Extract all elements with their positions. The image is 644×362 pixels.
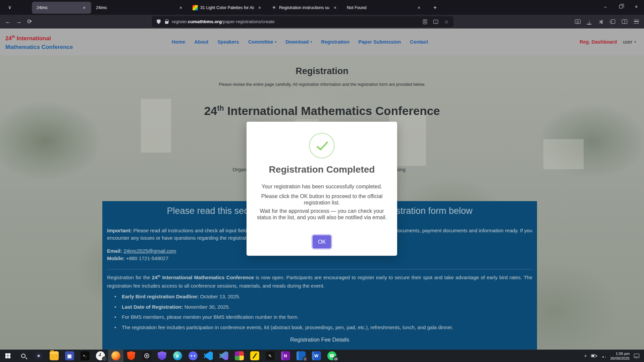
reload-button[interactable]: ⟳ — [24, 17, 35, 27]
reader-view-button[interactable] — [421, 17, 429, 26]
tab-not-found[interactable]: Not Found × — [342, 2, 426, 14]
sidebar-button[interactable] — [620, 17, 629, 26]
conference-heading: 24th International Mathematics Conferenc… — [0, 104, 644, 118]
vscode-insiders-icon — [219, 351, 228, 360]
tab-close-icon[interactable]: × — [177, 4, 184, 11]
forward-button[interactable]: → — [13, 17, 24, 27]
taskbar-firefox-active[interactable] — [108, 350, 123, 362]
brave-icon — [127, 351, 136, 360]
tab-close-icon[interactable]: × — [80, 4, 88, 11]
save-to-pocket-button[interactable]: ↓ — [431, 17, 440, 26]
header-account-area: Reg. Dashboard user▾ — [580, 28, 636, 55]
taskbar-brave[interactable] — [123, 350, 139, 362]
window-restore-button[interactable] — [613, 0, 629, 13]
taskbar-word[interactable]: W — [309, 350, 324, 362]
user-menu[interactable]: user▾ — [623, 39, 636, 45]
new-tab-button[interactable]: + — [430, 3, 440, 13]
taskbar-search-button[interactable] — [15, 350, 31, 362]
tab-title: 24imc — [37, 5, 78, 10]
taskbar-vscode-insiders[interactable] — [216, 350, 231, 362]
palette-favicon — [193, 5, 198, 10]
wifi-icon[interactable] — [600, 354, 606, 358]
tab-color-palettes[interactable]: 31 Light Color Palettes for Airy D × — [188, 2, 267, 14]
star-icon: ☆ — [444, 19, 449, 24]
windows-logo-icon — [5, 353, 10, 358]
forward-icon: → — [16, 18, 22, 25]
taskbar-clock-app[interactable] — [93, 350, 108, 362]
nav-paper-submission[interactable]: Paper Submission — [359, 39, 401, 45]
organized-by-text-right: ong — [397, 167, 424, 172]
window-minimize-button[interactable]: – — [598, 0, 613, 13]
nav-about[interactable]: About — [194, 39, 208, 45]
edge-icon: e — [173, 351, 182, 360]
site-logo[interactable]: 24th International Mathematics Conferenc… — [5, 32, 73, 52]
taskbar-whatsapp[interactable]: ☎28 — [324, 350, 339, 362]
taskbar-discord[interactable] — [185, 350, 201, 362]
download-icon: ↓ — [587, 19, 592, 24]
important-text-right: ed documents, payment documents and info… — [388, 228, 532, 233]
taskbar-yellow-editor[interactable] — [247, 350, 262, 362]
page-subtitle: Please review the entire page carefully.… — [0, 82, 644, 87]
unread-badge: 1 — [303, 356, 308, 361]
taskbar-calculator[interactable]: ▦ — [62, 350, 77, 362]
word-icon: W — [312, 351, 321, 360]
tab-close-icon[interactable]: × — [415, 4, 423, 11]
tab-registration-instructions[interactable]: ✳ Registration instructions summa × — [267, 2, 342, 14]
reg-dashboard-link[interactable]: Reg. Dashboard — [580, 39, 617, 45]
tray-expand-button[interactable]: ∧ — [584, 354, 587, 358]
tab-close-icon[interactable]: × — [331, 4, 339, 11]
chevron-down-icon: ∨ — [8, 4, 12, 10]
taskbar-onenote[interactable]: N — [278, 350, 293, 362]
nav-speakers[interactable]: Speakers — [217, 39, 239, 45]
taskbar-color-blocks-app[interactable] — [231, 350, 247, 362]
taskbar-vscode[interactable] — [201, 350, 216, 362]
taskbar-file-explorer[interactable] — [46, 350, 62, 362]
start-button[interactable] — [0, 350, 15, 362]
main-navigation: Home About Speakers Committee▾ Download▾… — [172, 28, 428, 55]
caret-down-icon: ▾ — [310, 40, 312, 44]
bookmark-button[interactable]: ☆ — [442, 17, 451, 26]
taskbar-terminal[interactable]: >_ — [77, 350, 93, 362]
taskbar-rings-app[interactable] — [139, 350, 154, 362]
address-bar[interactable]: register.cumathbms.org/paper-registratio… — [152, 16, 453, 27]
ok-button[interactable]: OK — [313, 235, 331, 248]
extensions-button[interactable] — [608, 17, 617, 26]
notification-center-icon[interactable] — [634, 354, 639, 358]
tab-24imc-2[interactable]: 24imc × — [91, 2, 188, 14]
lock-icon[interactable] — [165, 21, 168, 24]
taskbar-black-editor[interactable]: ✎ — [262, 350, 278, 362]
divider — [107, 269, 532, 269]
taskbar-clock[interactable]: 1:05 pm 26/09/2025 — [610, 351, 630, 361]
back-button[interactable]: ← — [3, 17, 13, 27]
site-header: 24th International Mathematics Conferenc… — [0, 28, 644, 55]
browser-tab-bar: ∨ 24imc × 24imc × 31 Light Color Palette… — [0, 0, 644, 15]
app-menu-button[interactable] — [632, 17, 641, 26]
list-all-tabs-button[interactable]: ∨ — [4, 2, 15, 12]
bullet-dot: • — [114, 292, 122, 302]
clock-time: 1:05 pm — [610, 351, 630, 356]
tab-24imc-active[interactable]: 24imc × — [32, 2, 91, 14]
logo-number: 24 — [5, 35, 12, 42]
tracking-protection-shield-icon[interactable] — [157, 19, 161, 24]
nav-home[interactable]: Home — [172, 39, 185, 45]
pen-icon: ✎ — [266, 351, 275, 360]
downloads-button[interactable]: ↓ — [585, 17, 594, 26]
nav-registration[interactable]: Registration — [321, 39, 350, 45]
devtools-button[interactable]: ⚒ — [597, 17, 605, 26]
taskbar-mail-app[interactable]: 1 — [293, 350, 309, 362]
bullet-bms-members: •For BMS members, please mention your BM… — [114, 312, 453, 322]
taskbar-edge[interactable]: e — [170, 350, 185, 362]
nav-download[interactable]: Download▾ — [285, 39, 312, 45]
important-text-left: Important: Please read all instructions … — [107, 228, 257, 233]
battery-icon[interactable] — [591, 354, 596, 357]
taskbar-security-app[interactable] — [154, 350, 170, 362]
terminal-icon: >_ — [80, 351, 90, 360]
nav-contact[interactable]: Contact — [410, 39, 428, 45]
restore-icon — [619, 5, 623, 8]
email-link[interactable]: 24imc2025@gmail.com — [123, 248, 176, 254]
taskbar-atom-app[interactable]: ✳ — [31, 350, 46, 362]
tab-close-icon[interactable]: × — [256, 4, 263, 11]
nav-committee[interactable]: Committee▾ — [248, 39, 276, 45]
screenshot-button[interactable] — [573, 17, 582, 26]
window-close-button[interactable]: × — [629, 0, 644, 13]
